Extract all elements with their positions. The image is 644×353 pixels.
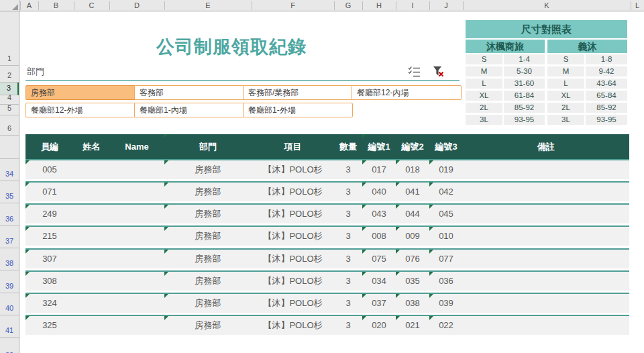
row-header-39[interactable]: 39 <box>0 270 19 293</box>
table-cell[interactable] <box>463 205 629 223</box>
table-cell[interactable] <box>463 272 629 291</box>
records-header-1[interactable]: 員編 <box>25 134 74 159</box>
table-cell[interactable] <box>463 316 629 335</box>
table-cell[interactable]: 【沐】POLO杉 <box>252 316 334 335</box>
table-cell[interactable]: 035 <box>396 272 429 291</box>
table-cell[interactable] <box>74 294 109 313</box>
size-table-cell[interactable]: XL <box>466 91 502 101</box>
column-header-l[interactable]: L <box>631 0 644 11</box>
multiselect-icon[interactable] <box>408 66 421 77</box>
table-cell[interactable]: 249 <box>25 205 74 223</box>
table-cell[interactable] <box>463 160 629 179</box>
size-table-cell[interactable]: 3L <box>466 115 502 125</box>
row-header-6[interactable]: 6 <box>0 115 19 136</box>
size-table-cell[interactable]: 5-30 <box>504 66 545 77</box>
column-header-d[interactable]: D <box>109 0 164 11</box>
table-cell[interactable]: 040 <box>362 183 396 201</box>
column-header-b[interactable]: B <box>38 0 74 11</box>
table-cell[interactable]: 3 <box>334 250 362 268</box>
table-cell[interactable] <box>74 227 109 246</box>
table-cell[interactable]: 044 <box>396 205 429 223</box>
size-table-cell[interactable]: 85-92 <box>504 103 545 113</box>
table-cell[interactable]: 房務部 <box>164 205 252 223</box>
column-header-a[interactable]: A <box>20 0 38 11</box>
column-header-e[interactable]: E <box>164 0 252 11</box>
table-cell[interactable]: 3 <box>334 205 362 223</box>
table-cell[interactable] <box>74 250 109 268</box>
table-cell[interactable] <box>74 183 109 201</box>
table-cell[interactable]: 076 <box>396 250 429 268</box>
table-cell[interactable]: 215 <box>25 227 74 246</box>
size-table-cell[interactable]: 3L <box>547 115 584 125</box>
slicer-button-6[interactable]: 餐廳部1-內場 <box>134 103 244 117</box>
table-cell[interactable] <box>463 227 629 246</box>
table-cell[interactable] <box>74 272 109 291</box>
size-table-cell[interactable]: S <box>547 54 584 64</box>
table-cell[interactable]: 045 <box>429 205 463 223</box>
table-cell[interactable]: 房務部 <box>164 294 252 313</box>
table-cell[interactable]: 020 <box>362 316 396 335</box>
table-cell[interactable]: 房務部 <box>164 183 252 201</box>
table-cell[interactable]: 【沐】POLO杉 <box>252 183 334 201</box>
table-cell[interactable] <box>109 183 164 201</box>
size-table-title[interactable]: 尺寸對照表 <box>466 20 627 38</box>
records-header-10[interactable]: 備註 <box>463 134 629 159</box>
size-table-cell[interactable]: M <box>466 66 502 77</box>
row-header[interactable] <box>0 136 19 159</box>
table-cell[interactable]: 【沐】POLO杉 <box>252 294 334 313</box>
row-header-35[interactable]: 35 <box>0 181 19 203</box>
table-cell[interactable] <box>109 227 164 246</box>
table-cell[interactable] <box>463 294 629 313</box>
table-cell[interactable]: 3 <box>334 316 362 335</box>
size-table-cell[interactable]: 93-95 <box>504 115 545 125</box>
records-header-8[interactable]: 編號2 <box>396 134 429 159</box>
table-cell[interactable]: 075 <box>362 250 396 268</box>
records-header-6[interactable]: 數量 <box>334 134 362 159</box>
column-header-k[interactable]: K <box>463 0 631 11</box>
table-cell[interactable] <box>109 316 164 335</box>
column-header-g[interactable]: G <box>334 0 362 11</box>
sheet-title[interactable]: 公司制服領取紀錄 <box>104 35 359 58</box>
row-header-5[interactable]: 5 <box>0 105 19 115</box>
select-all-corner[interactable] <box>0 0 20 11</box>
size-table-cell[interactable]: XL <box>547 91 584 101</box>
table-cell[interactable]: 3 <box>334 272 362 291</box>
table-cell[interactable]: 071 <box>25 183 74 201</box>
table-cell[interactable]: 307 <box>25 250 74 268</box>
row-header-2[interactable]: 2 <box>0 66 19 83</box>
records-header-7[interactable]: 編號1 <box>362 134 396 159</box>
table-cell[interactable]: 房務部 <box>164 272 252 291</box>
slicer-button-3[interactable]: 客務部/業務部 <box>243 85 353 100</box>
size-table-cell[interactable]: 2L <box>466 103 502 113</box>
table-cell[interactable]: 【沐】POLO杉 <box>252 160 334 179</box>
table-cell[interactable]: 017 <box>362 160 396 179</box>
size-table-cell[interactable]: 9-42 <box>586 66 627 77</box>
table-cell[interactable]: 010 <box>429 227 463 246</box>
column-header-f[interactable]: F <box>252 0 334 11</box>
size-table-cell[interactable]: 1-8 <box>586 54 627 64</box>
column-header-c[interactable]: C <box>74 0 109 11</box>
row-header-41[interactable]: 41 <box>0 315 19 338</box>
table-cell[interactable]: 房務部 <box>164 250 252 268</box>
records-header-4[interactable]: 部門 <box>164 134 252 159</box>
table-cell[interactable]: 324 <box>25 294 74 313</box>
table-cell[interactable]: 021 <box>396 316 429 335</box>
table-cell[interactable]: 3 <box>334 227 362 246</box>
table-cell[interactable]: 041 <box>396 183 429 201</box>
row-header-40[interactable]: 40 <box>0 293 19 315</box>
table-cell[interactable] <box>109 250 164 268</box>
size-table-cell[interactable]: 2L <box>547 103 584 113</box>
slicer-button-4[interactable]: 餐廳部12-內場 <box>352 85 462 100</box>
row-header-38[interactable]: 38 <box>0 248 19 270</box>
slicer-button-1[interactable]: 房務部 <box>25 85 136 100</box>
table-cell[interactable]: 043 <box>362 205 396 223</box>
table-cell[interactable]: 3 <box>334 294 362 313</box>
table-cell[interactable] <box>109 294 164 313</box>
size-table-cell[interactable]: 1-4 <box>504 54 545 64</box>
size-table-cell[interactable]: 85-92 <box>586 103 627 113</box>
records-header-2[interactable]: 姓名 <box>74 134 109 159</box>
records-header-5[interactable]: 項目 <box>252 134 334 159</box>
table-cell[interactable]: 019 <box>429 160 463 179</box>
table-cell[interactable]: 【沐】POLO杉 <box>252 250 334 268</box>
size-table-group-2[interactable]: 義沐 <box>547 40 627 53</box>
